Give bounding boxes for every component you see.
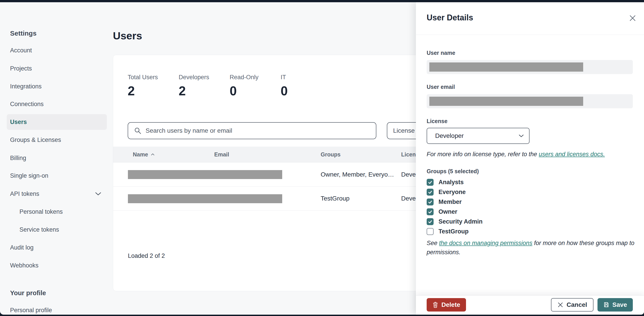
stat-developers: Developers 2: [179, 74, 230, 98]
sidebar-item-label: Personal profile: [10, 307, 52, 314]
user-name-label: User name: [427, 50, 455, 56]
stat-it: IT 0: [281, 74, 332, 98]
stat-label: Total Users: [128, 74, 179, 81]
group-label: Everyone: [438, 189, 466, 196]
sidebar-item-personal-tokens[interactable]: Personal tokens: [7, 204, 107, 219]
chevron-down-icon: [519, 134, 524, 137]
group-checkbox-owner[interactable]: Owner: [427, 207, 457, 217]
chevron-down-icon: [95, 192, 101, 196]
group-label: Analysts: [438, 179, 464, 186]
sidebar-item-label: Webhooks: [10, 262, 38, 269]
column-header-groups[interactable]: Groups: [321, 147, 340, 162]
settings-sidebar: Settings Account Projects Integrations C…: [0, 2, 113, 315]
group-label: Security Admin: [438, 218, 482, 225]
license-label: License: [427, 118, 448, 124]
permissions-note: See the docs on managing permissions for…: [427, 239, 634, 257]
stat-value: 0: [281, 84, 332, 98]
close-button[interactable]: [628, 13, 638, 23]
group-checkbox-member[interactable]: Member: [427, 197, 462, 207]
sidebar-item-integrations[interactable]: Integrations: [7, 79, 107, 94]
users-licenses-docs-link[interactable]: users and licenses docs.: [539, 151, 605, 158]
user-name-input[interactable]: [427, 60, 633, 74]
sidebar-item-projects[interactable]: Projects: [7, 61, 107, 76]
footer-actions: Cancel Save: [551, 298, 633, 311]
group-checkbox-security-admin[interactable]: Security Admin: [427, 217, 482, 226]
sort-asc-icon: [151, 153, 155, 156]
group-checkbox-testgroup[interactable]: TestGroup: [427, 226, 469, 236]
table-load-status: Loaded 2 of 2: [128, 252, 165, 259]
page-title: Users: [113, 30, 142, 42]
managing-permissions-docs-link[interactable]: the docs on managing permissions: [439, 240, 532, 246]
stat-read-only: Read-Only 0: [230, 74, 281, 98]
drawer-header: User Details: [416, 2, 644, 35]
cell-groups: TestGroup: [321, 187, 401, 210]
drawer-footer: Delete Cancel Save: [416, 295, 644, 315]
redacted-user-bar: [128, 194, 282, 203]
sidebar-section-title: Settings: [10, 30, 36, 37]
license-filter-label: License: [393, 127, 415, 134]
sidebar-item-personal-profile[interactable]: Personal profile: [7, 302, 107, 315]
sidebar-item-label: API tokens: [10, 190, 39, 197]
sidebar-item-label: Integrations: [10, 83, 42, 90]
license-select[interactable]: Developer: [427, 128, 530, 144]
sidebar-item-label: Users: [10, 119, 27, 126]
checkbox-checked-icon: [427, 218, 434, 225]
stat-value: 0: [230, 84, 281, 98]
sidebar-item-label: Billing: [10, 155, 26, 162]
groups-label: Groups (5 selected): [427, 168, 479, 175]
group-label: Member: [438, 198, 462, 205]
delete-button[interactable]: Delete: [427, 298, 466, 311]
sidebar-item-single-sign-on[interactable]: Single sign-on: [7, 168, 107, 183]
license-note-text: For more info on license type, refer to …: [427, 151, 539, 158]
stat-value: 2: [179, 84, 230, 98]
sidebar-item-label: Projects: [10, 65, 32, 72]
group-checkbox-analysts[interactable]: Analysts: [427, 177, 464, 187]
sidebar-item-users[interactable]: Users: [7, 114, 107, 130]
sidebar-item-groups-licenses[interactable]: Groups & Licenses: [7, 132, 107, 148]
sidebar-item-connections[interactable]: Connections: [7, 96, 107, 112]
search-icon: [134, 127, 142, 135]
redacted-value-bar: [429, 97, 583, 106]
column-label: Name: [133, 151, 148, 158]
save-button-label: Save: [612, 301, 627, 308]
search-input[interactable]: [146, 127, 370, 134]
user-search-box[interactable]: [128, 122, 376, 139]
column-header-email[interactable]: Email: [214, 147, 229, 162]
sidebar-item-label: Groups & Licenses: [10, 137, 61, 143]
trash-icon: [432, 302, 438, 308]
license-select-value: Developer: [435, 132, 464, 139]
stat-label: Developers: [179, 74, 230, 81]
sidebar-item-account[interactable]: Account: [7, 43, 107, 58]
sidebar-item-service-tokens[interactable]: Service tokens: [7, 222, 107, 237]
group-label: Owner: [438, 208, 457, 215]
cancel-button-label: Cancel: [567, 301, 587, 308]
sidebar-item-audit-log[interactable]: Audit log: [7, 240, 107, 255]
checkbox-checked-icon: [427, 179, 434, 186]
sidebar-item-label: Connections: [10, 101, 44, 108]
sidebar-item-label: Service tokens: [20, 226, 59, 233]
sidebar-item-billing[interactable]: Billing: [7, 150, 107, 166]
sidebar-item-api-tokens[interactable]: API tokens: [7, 186, 107, 202]
group-label: TestGroup: [438, 228, 469, 235]
drawer-title: User Details: [427, 13, 473, 22]
checkbox-checked-icon: [427, 198, 434, 205]
redacted-value-bar: [429, 63, 583, 72]
user-email-input[interactable]: [427, 94, 633, 108]
stat-total-users: Total Users 2: [128, 74, 179, 98]
cell-groups: Owner, Member, Everyo…: [321, 162, 401, 186]
save-button[interactable]: Save: [598, 298, 633, 311]
sidebar-item-label: Single sign-on: [10, 172, 48, 179]
checkbox-checked-icon: [427, 208, 434, 215]
sidebar-profile-section-title: Your profile: [10, 289, 46, 297]
sidebar-item-label: Personal tokens: [20, 208, 63, 215]
group-checkbox-everyone[interactable]: Everyone: [427, 187, 466, 197]
cancel-button[interactable]: Cancel: [551, 298, 594, 311]
stat-value: 2: [128, 84, 179, 98]
stat-label: Read-Only: [230, 74, 281, 81]
sidebar-item-webhooks[interactable]: Webhooks: [7, 258, 107, 273]
column-header-name[interactable]: Name: [133, 147, 155, 162]
checkbox-unchecked-icon: [427, 228, 434, 235]
permissions-note-text: See: [427, 240, 439, 246]
sidebar-item-label: Audit log: [10, 244, 34, 251]
save-disk-icon: [603, 302, 609, 308]
